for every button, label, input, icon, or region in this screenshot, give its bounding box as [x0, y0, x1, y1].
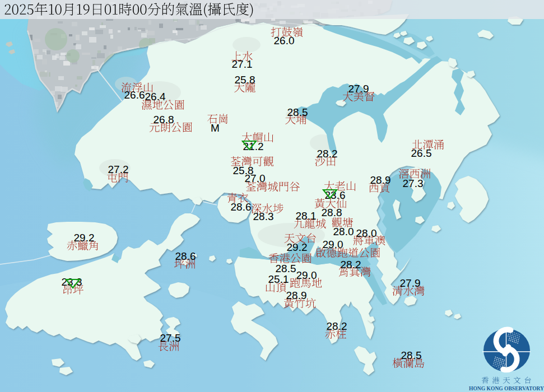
svg-text:29.2: 29.2 [287, 241, 308, 253]
svg-text:M: M [211, 122, 220, 134]
svg-text:28.2: 28.2 [327, 320, 347, 332]
svg-text:26.8: 26.8 [154, 114, 174, 125]
svg-text:28.2: 28.2 [341, 259, 361, 270]
svg-text:28.6: 28.6 [175, 250, 196, 262]
svg-text:26.5: 26.5 [411, 147, 432, 159]
svg-text:29.0: 29.0 [323, 239, 343, 250]
svg-text:27.1: 27.1 [232, 58, 253, 70]
svg-text:27.9: 27.9 [348, 83, 369, 95]
svg-text:26.0: 26.0 [274, 35, 295, 46]
svg-text:28.6: 28.6 [231, 201, 252, 213]
svg-text:25.8: 25.8 [235, 74, 255, 86]
svg-text:26.4: 26.4 [145, 91, 166, 102]
svg-text:28.9: 28.9 [286, 290, 307, 301]
svg-text:28.1: 28.1 [296, 210, 317, 222]
svg-text:25.1: 25.1 [268, 273, 289, 285]
svg-text:28.2: 28.2 [317, 148, 338, 160]
svg-text:27.2: 27.2 [108, 164, 129, 175]
svg-text:28.5: 28.5 [401, 349, 422, 361]
svg-text:28.8: 28.8 [322, 207, 342, 218]
svg-text:26.6: 26.6 [124, 89, 145, 101]
svg-text:27.0: 27.0 [245, 172, 266, 184]
svg-text:28.5: 28.5 [287, 106, 308, 118]
svg-text:28.9: 28.9 [370, 174, 391, 186]
svg-text:29.0: 29.0 [296, 269, 317, 281]
svg-text:27.3: 27.3 [403, 178, 424, 189]
svg-text:28.5: 28.5 [276, 263, 296, 274]
svg-text:21.2: 21.2 [243, 141, 264, 152]
svg-text:28.0: 28.0 [333, 226, 354, 237]
svg-text:HONG KONG OBSERVATORY: HONG KONG OBSERVATORY [469, 385, 544, 391]
svg-text:29.2: 29.2 [74, 232, 95, 244]
svg-text:28.0: 28.0 [356, 227, 377, 239]
svg-text:28.3: 28.3 [253, 211, 274, 222]
svg-text:27.9: 27.9 [400, 277, 421, 289]
svg-text:27.5: 27.5 [160, 332, 181, 344]
